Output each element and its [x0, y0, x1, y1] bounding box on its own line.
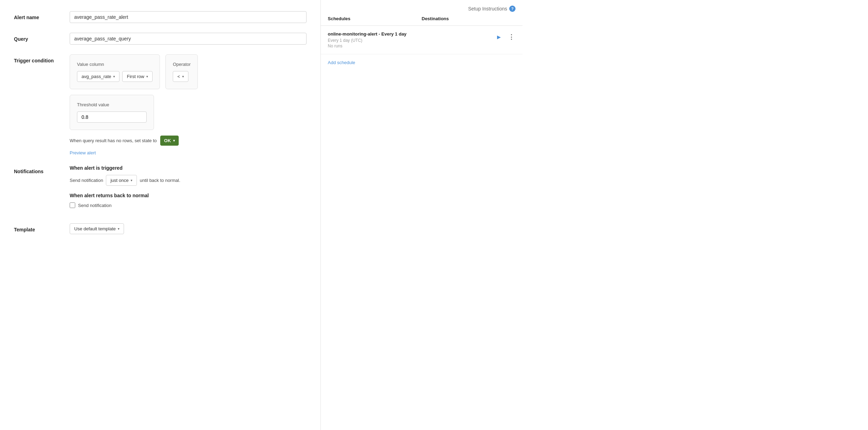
- value-column-select[interactable]: avg_pass_rate ▾: [77, 71, 119, 82]
- frequency-value: just once: [110, 178, 129, 183]
- alert-name-row: Alert name: [14, 11, 307, 23]
- help-icon: ?: [509, 6, 516, 12]
- play-button[interactable]: ▶: [495, 33, 503, 41]
- trigger-condition-row: Value column avg_pass_rate ▾ First row ▾: [70, 54, 307, 95]
- value-column-label: Value column: [77, 62, 153, 67]
- value-column-box: Value column avg_pass_rate ▾ First row ▾: [70, 54, 160, 89]
- alert-name-input[interactable]: [70, 11, 307, 23]
- notifications-row: Notifications When alert is triggered Se…: [14, 165, 307, 214]
- threshold-input[interactable]: [77, 112, 147, 123]
- until-normal-text: until back to normal.: [140, 178, 180, 183]
- setup-instructions-text: Setup Instructions: [468, 6, 507, 11]
- add-schedule-link[interactable]: Add schedule: [328, 60, 355, 65]
- operator-chevron-icon: ▾: [182, 75, 184, 78]
- row-selector-chevron-icon: ▾: [146, 75, 148, 78]
- setup-instructions-link[interactable]: Setup Instructions ?: [468, 6, 516, 12]
- operator-box: Operator < ▾: [165, 54, 198, 89]
- schedule-runs: No runs: [328, 44, 495, 48]
- preview-alert-link[interactable]: Preview alert: [70, 150, 96, 155]
- when-normal-subtitle: When alert returns back to normal: [70, 193, 307, 198]
- alert-name-label: Alert name: [14, 11, 70, 20]
- schedule-item: online-monitoring-alert - Every 1 day Ev…: [321, 26, 522, 54]
- threshold-box: Threshold value: [70, 95, 154, 130]
- template-label: Template: [14, 223, 70, 232]
- value-column-chevron-icon: ▾: [113, 75, 115, 78]
- no-rows-chevron-icon: ▾: [173, 139, 175, 143]
- alert-name-content: [70, 11, 307, 23]
- no-rows-row: When query result has no rows, set state…: [70, 136, 307, 146]
- template-chevron-icon: ▾: [118, 227, 119, 231]
- no-rows-state-value: OK: [164, 138, 171, 143]
- trigger-content: Value column avg_pass_rate ▾ First row ▾: [70, 54, 307, 155]
- operator-value: <: [177, 74, 180, 79]
- operator-label: Operator: [173, 62, 191, 67]
- send-notification-text: Send notification: [70, 178, 103, 183]
- schedule-freq: Every 1 day (UTC): [328, 38, 495, 43]
- row-selector-value: First row: [127, 74, 144, 79]
- send-notification-checkbox[interactable]: [70, 202, 75, 208]
- template-select[interactable]: Use default template ▾: [70, 223, 124, 234]
- frequency-select[interactable]: just once ▾: [106, 175, 137, 186]
- notifications-content: When alert is triggered Send notificatio…: [70, 165, 307, 214]
- no-rows-state-select[interactable]: OK ▾: [160, 136, 179, 146]
- send-notification-checkbox-row: Send notification: [70, 202, 307, 208]
- template-row: Template Use default template ▾: [14, 223, 307, 234]
- right-header: Setup Instructions ?: [321, 0, 522, 12]
- row-selector-select[interactable]: First row ▾: [122, 71, 153, 82]
- trigger-row: Trigger condition Value column avg_pass_…: [14, 54, 307, 155]
- schedule-name: online-monitoring-alert - Every 1 day: [328, 31, 495, 37]
- destinations-col-header: Destinations: [422, 16, 516, 21]
- query-label: Query: [14, 33, 70, 42]
- template-content: Use default template ▾: [70, 223, 307, 234]
- send-notification-checkbox-label: Send notification: [78, 203, 111, 208]
- schedule-info: online-monitoring-alert - Every 1 day Ev…: [328, 31, 495, 48]
- schedules-col-header: Schedules: [328, 16, 422, 21]
- operator-select[interactable]: < ▾: [173, 71, 188, 82]
- notifications-label: Notifications: [14, 165, 70, 174]
- no-rows-text: When query result has no rows, set state…: [70, 138, 157, 143]
- normal-section: When alert returns back to normal Send n…: [70, 193, 307, 208]
- more-options-button[interactable]: ⋮: [507, 33, 516, 41]
- trigger-selects: avg_pass_rate ▾ First row ▾: [77, 71, 153, 82]
- value-column-value: avg_pass_rate: [82, 74, 111, 79]
- frequency-chevron-icon: ▾: [131, 178, 132, 182]
- query-row: Query: [14, 33, 307, 45]
- schedules-header: Schedules Destinations: [321, 12, 522, 26]
- threshold-label: Threshold value: [77, 102, 147, 107]
- schedule-actions: ▶ ⋮: [495, 31, 516, 41]
- query-input[interactable]: [70, 33, 307, 45]
- trigger-label: Trigger condition: [14, 54, 70, 63]
- right-panel: Setup Instructions ? Schedules Destinati…: [320, 0, 522, 430]
- query-content: [70, 33, 307, 45]
- when-triggered-subtitle: When alert is triggered: [70, 165, 307, 171]
- template-value: Use default template: [74, 226, 116, 231]
- notification-row: Send notification just once ▾ until back…: [70, 175, 307, 186]
